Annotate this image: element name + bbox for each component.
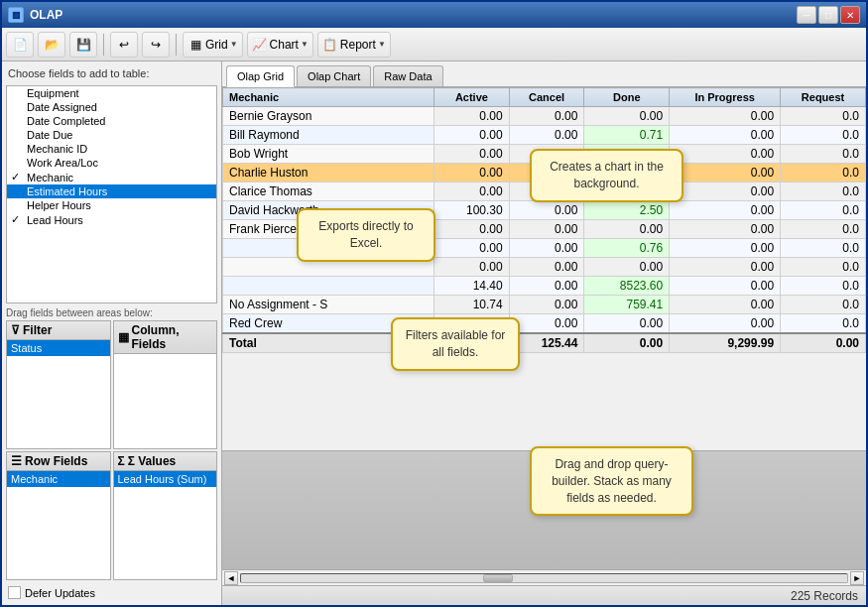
window-title: OLAP (30, 8, 62, 22)
value-cell: 0.0 (781, 239, 866, 258)
scroll-thumb[interactable] (483, 574, 513, 582)
total-value: 0.00 (584, 333, 670, 353)
tab-olap-chart[interactable]: Olap Chart (297, 65, 371, 86)
value-cell: 0.0 (781, 314, 866, 334)
value-cell: 0.00 (509, 107, 584, 126)
column-header: ▦ Column, Fields (114, 321, 217, 354)
builder-panels: ⊽ Filter Status ▦ Column, Fields (6, 320, 217, 449)
value-cell: 0.0 (781, 107, 866, 126)
left-panel: Choose fields to add to table: Equipment… (2, 61, 222, 605)
value-cell: 0.00 (509, 201, 584, 220)
report-dropdown[interactable]: 📋 Report ▼ (317, 32, 391, 58)
maximize-button[interactable]: □ (818, 6, 838, 24)
value-cell: 0.00 (509, 126, 584, 145)
value-cell: 0.00 (670, 164, 781, 182)
chart-label: Chart (270, 38, 299, 52)
field-item-work-area/loc[interactable]: Work Area/Loc (7, 156, 216, 170)
field-item-mechanic[interactable]: ✓Mechanic (7, 170, 216, 184)
undo-button[interactable]: ↩ (110, 32, 138, 58)
value-cell: 8523.60 (584, 277, 670, 296)
new-button[interactable]: 📄 (6, 32, 34, 58)
column-body (114, 354, 217, 448)
redo-icon: ↪ (148, 37, 164, 53)
value-cell: 0.0 (781, 277, 866, 296)
open-button[interactable]: 📂 (38, 32, 65, 58)
field-item-equipment[interactable]: Equipment (7, 86, 216, 100)
mechanic-cell (223, 277, 434, 296)
field-item-estimated-hours[interactable]: Estimated Hours (7, 184, 216, 198)
field-item-lead-hours[interactable]: ✓Lead Hours (7, 212, 216, 227)
minimize-button[interactable]: ─ (797, 6, 816, 24)
chart-dropdown[interactable]: 📈 Chart ▼ (247, 32, 313, 58)
value-cell: 0.00 (670, 201, 781, 220)
values-header: Σ Σ Values (114, 452, 217, 471)
field-item-mechanic-id[interactable]: Mechanic ID (7, 142, 216, 156)
report-dropdown-arrow: ▼ (378, 40, 386, 49)
row-value-panels: ☰ Row Fields Mechanic Σ Σ Values Lead Ho… (6, 451, 217, 580)
field-item-date-due[interactable]: Date Due (7, 128, 216, 142)
scroll-right-button[interactable]: ► (850, 571, 864, 585)
value-cell: 0.00 (584, 107, 670, 126)
total-value: 125.44 (509, 333, 584, 353)
tab-olap-grid[interactable]: Olap Grid (226, 65, 295, 87)
report-label: Report (340, 38, 376, 52)
save-button[interactable]: 💾 (69, 32, 97, 58)
row-item-mechanic[interactable]: Mechanic (7, 471, 110, 487)
field-item-date-completed[interactable]: Date Completed (7, 114, 216, 128)
total-value: 9,299.99 (670, 333, 781, 353)
toolbar: 📄 📂 💾 ↩ ↪ ▦ Grid ▼ 📈 Chart ▼ 📋 Report (2, 28, 866, 61)
mechanic-cell: Charlie Huston (223, 164, 434, 182)
table-row: Bill Raymond0.000.000.710.000.0 (223, 126, 866, 145)
total-value: 0.00 (781, 333, 866, 353)
value-cell: 0.00 (584, 220, 670, 239)
scroll-track[interactable] (240, 573, 848, 583)
value-cell: 0.00 (509, 277, 584, 296)
drag-hint-label: Drag fields between areas below: (6, 307, 217, 318)
field-name: Estimated Hours (27, 185, 107, 197)
field-name: Helper Hours (27, 199, 91, 211)
row-fields-header: ☰ Row Fields (7, 452, 110, 471)
value-cell: 0.0 (781, 182, 866, 201)
value-cell: 0.00 (434, 126, 510, 145)
filter-body: Status (7, 340, 110, 448)
redo-button[interactable]: ↪ (142, 32, 170, 58)
value-item-lead-hours[interactable]: Lead Hours (Sum) (114, 471, 217, 487)
relative-container: Olap Grid Olap Chart Raw Data MechanicAc… (222, 61, 866, 585)
field-checkbox: ✓ (11, 213, 23, 226)
value-cell: 0.0 (781, 145, 866, 164)
value-cell: 100.30 (434, 201, 510, 220)
column-header-mechanic: Mechanic (223, 88, 434, 107)
value-cell: 0.00 (670, 277, 781, 296)
main-area: Choose fields to add to table: Equipment… (2, 61, 866, 605)
row-fields-body: Mechanic (7, 471, 110, 579)
grid-dropdown[interactable]: ▦ Grid ▼ (183, 32, 243, 58)
value-cell: 0.0 (781, 220, 866, 239)
status-bar: 225 Records (222, 585, 866, 605)
value-cell: 0.00 (509, 314, 584, 334)
field-name: Date Assigned (27, 101, 97, 113)
field-item-helper-hours[interactable]: Helper Hours (7, 198, 216, 212)
callout-excel: Exports directly to Excel. (297, 208, 435, 262)
mechanic-cell: Clarice Thomas (223, 182, 434, 201)
value-cell: 0.00 (434, 164, 510, 182)
column-panel: ▦ Column, Fields (113, 320, 218, 449)
row-icon: ☰ (11, 454, 22, 468)
scroll-left-button[interactable]: ◄ (224, 571, 238, 585)
values-label: Σ Values (128, 454, 177, 468)
value-cell: 0.00 (670, 182, 781, 201)
row-fields-panel: ☰ Row Fields Mechanic (6, 451, 111, 580)
sigma-icon: Σ (118, 454, 125, 468)
field-item-date-assigned[interactable]: Date Assigned (7, 100, 216, 114)
table-scroll[interactable]: MechanicActiveCancelDoneIn ProgressReque… (222, 87, 866, 450)
value-cell: 2.50 (584, 201, 670, 220)
filter-item-status[interactable]: Status (7, 340, 110, 356)
row-fields-label: Row Fields (25, 454, 87, 468)
column-label: Column, Fields (132, 323, 213, 351)
value-cell: 14.40 (434, 277, 510, 296)
defer-checkbox[interactable] (8, 586, 21, 599)
tab-raw-data[interactable]: Raw Data (373, 65, 442, 86)
app-icon: ▦ (8, 7, 24, 23)
field-list: Equipment Date Assigned Date Completed D… (6, 85, 217, 304)
close-button[interactable]: ✕ (840, 6, 860, 24)
value-cell: 0.00 (670, 258, 781, 277)
